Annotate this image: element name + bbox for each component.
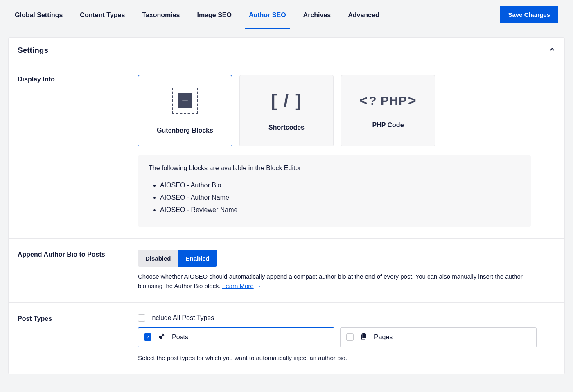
post-types-help-text: Select the post types for which you want… <box>138 353 531 363</box>
panel-title: Settings <box>18 46 48 55</box>
tab-global-settings[interactable]: Global Settings <box>15 0 63 29</box>
display-option-gutenberg[interactable]: ＋ Gutenberg Blocks <box>138 75 232 146</box>
include-all-post-types-checkbox[interactable] <box>138 314 145 322</box>
shortcode-icon: [ / ] <box>271 90 302 111</box>
tab-author-seo[interactable]: Author SEO <box>249 0 286 29</box>
tab-taxonomies[interactable]: Taxonomies <box>142 0 180 29</box>
display-option-label: Gutenberg Blocks <box>157 127 213 134</box>
display-info-label: Display Info <box>18 75 128 227</box>
gutenberg-block-icon: ＋ <box>172 88 198 114</box>
external-link-icon: → <box>255 282 262 289</box>
tab-archives[interactable]: Archives <box>303 0 331 29</box>
post-type-posts[interactable]: ✓ Posts <box>138 327 334 347</box>
learn-more-link[interactable]: Learn More <box>222 282 254 289</box>
available-block-item: AIOSEO - Author Name <box>160 191 520 204</box>
collapse-panel-icon[interactable] <box>549 46 555 54</box>
display-option-label: Shortcodes <box>268 124 305 131</box>
post-types-label: Post Types <box>18 314 128 363</box>
tab-image-seo[interactable]: Image SEO <box>197 0 231 29</box>
display-option-php[interactable]: <? PHP > PHP Code <box>341 75 435 146</box>
blocks-intro-text: The following blocks are available in th… <box>149 164 520 172</box>
append-bio-label: Append Author Bio to Posts <box>18 250 128 291</box>
post-type-checkbox[interactable]: ✓ <box>144 333 151 341</box>
save-changes-button[interactable]: Save Changes <box>500 6 558 23</box>
tab-advanced[interactable]: Advanced <box>348 0 379 29</box>
append-bio-disabled-button[interactable]: Disabled <box>138 250 178 267</box>
post-type-name: Posts <box>172 333 188 341</box>
post-type-pages[interactable]: Pages <box>340 327 537 347</box>
post-type-checkbox[interactable] <box>346 333 354 341</box>
available-block-item: AIOSEO - Author Bio <box>160 179 520 191</box>
pages-icon <box>360 333 368 342</box>
append-bio-help-text: Choose whether AIOSEO should automatical… <box>138 273 523 289</box>
include-all-label: Include All Post Types <box>150 314 214 322</box>
php-code-icon: <? PHP > <box>359 92 416 108</box>
tab-content-types[interactable]: Content Types <box>80 0 125 29</box>
available-block-item: AIOSEO - Reviewer Name <box>160 204 520 216</box>
post-type-name: Pages <box>374 333 393 341</box>
pin-icon <box>158 333 165 342</box>
display-option-shortcodes[interactable]: [ / ] Shortcodes <box>239 75 334 146</box>
display-option-label: PHP Code <box>372 122 404 129</box>
append-bio-enabled-button[interactable]: Enabled <box>178 250 217 267</box>
